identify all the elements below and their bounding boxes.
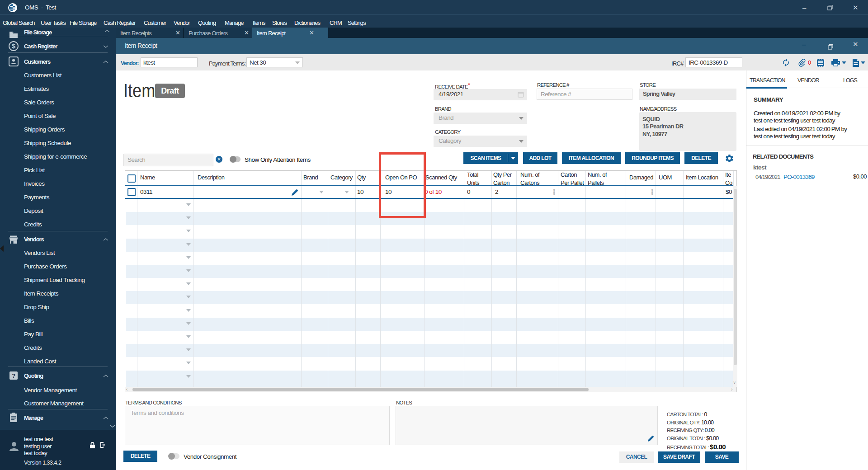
svg-text:$: $: [12, 42, 15, 50]
svg-text:?: ?: [12, 372, 15, 379]
